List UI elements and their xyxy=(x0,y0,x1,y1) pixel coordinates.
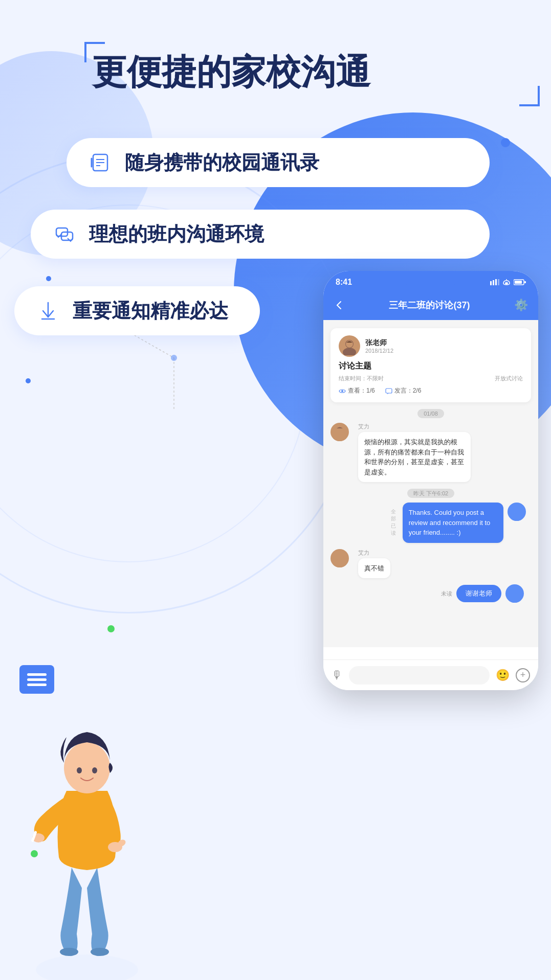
box-line-1 xyxy=(27,673,47,676)
phone-notch xyxy=(400,271,461,285)
communication-label: 理想的班内沟通环境 xyxy=(89,221,264,247)
svg-rect-23 xyxy=(386,389,392,393)
notification-icon xyxy=(35,298,61,324)
svg-rect-13 xyxy=(495,279,497,285)
svg-rect-17 xyxy=(515,281,522,284)
discussion-title: 讨论主题 xyxy=(339,361,523,372)
back-icon[interactable] xyxy=(334,300,345,311)
discussion-stats: 查看：1/6 发言：2/6 xyxy=(339,386,523,395)
svg-point-26 xyxy=(513,506,520,513)
chat-title: 三年二班的讨论(37) xyxy=(389,299,470,311)
feature-card-contacts: 随身携带的校园通讯录 xyxy=(67,138,490,187)
svg-point-24 xyxy=(336,426,344,434)
phone-mockup: 8:41 三年二班的讨论(37) ⚙️ 张老师 2018/12/12 xyxy=(323,271,538,690)
status-time: 8:41 xyxy=(336,278,352,287)
dot-decoration-1 xyxy=(501,138,510,147)
chat-message-3: 艾力 真不错 xyxy=(330,549,531,579)
reply-bubble: 谢谢老师 xyxy=(456,585,501,602)
teacher-name: 张老师 xyxy=(365,338,393,348)
notification-box-icon xyxy=(19,665,54,694)
chat-message-1: 艾力 烦恼的根源，其实就是我执的根源，所有的痛苦都来自于一种自我和世界的分别，甚… xyxy=(330,423,531,482)
mic-icon[interactable]: 🎙 xyxy=(332,669,343,682)
message-input[interactable] xyxy=(349,666,490,685)
svg-point-31 xyxy=(509,596,521,603)
unread-reply-row: 未读 谢谢老师 xyxy=(330,584,531,603)
svg-point-34 xyxy=(91,948,109,956)
view-stat: 查看：1/6 xyxy=(339,386,375,395)
svg-point-33 xyxy=(60,948,78,956)
svg-point-32 xyxy=(36,954,138,980)
msg-content-3: 艾力 真不错 xyxy=(358,549,390,579)
feature-card-notification: 重要通知精准必达 xyxy=(14,286,260,335)
svg-point-30 xyxy=(511,588,518,595)
user-avatar-2 xyxy=(508,503,526,521)
svg-rect-11 xyxy=(490,281,492,285)
post-stat: 发言：2/6 xyxy=(385,386,422,395)
box-line-2 xyxy=(27,678,47,681)
plus-icon[interactable]: + xyxy=(516,668,530,682)
teacher-info: 张老师 2018/12/12 xyxy=(365,338,393,354)
date-divider-2: 昨天 下午6:02 xyxy=(330,488,531,497)
msg-bubble-3: 真不错 xyxy=(358,558,390,579)
notification-label: 重要通知精准必达 xyxy=(73,298,228,324)
contacts-label: 随身携带的校园通讯录 xyxy=(125,150,319,176)
discussion-author: 张老师 2018/12/12 xyxy=(339,335,523,357)
dot-decoration-4 xyxy=(107,625,115,632)
svg-point-27 xyxy=(511,514,523,521)
page-title: 更便捷的家校沟通 xyxy=(92,51,370,93)
user-avatar-1 xyxy=(330,423,349,441)
settings-icon[interactable]: ⚙️ xyxy=(514,299,528,312)
chat-area[interactable]: 张老师 2018/12/12 讨论主题 结束时间：不限时 开放式讨论 查看：1/… xyxy=(323,320,538,647)
svg-point-36 xyxy=(64,742,110,793)
msg-sender-1: 艾力 xyxy=(358,423,471,430)
svg-point-28 xyxy=(336,552,344,560)
contacts-icon xyxy=(87,149,114,176)
phone-input-bar: 🎙 🙂 + xyxy=(323,659,538,690)
svg-point-41 xyxy=(77,767,82,773)
communication-icon xyxy=(51,221,78,247)
character-illustration xyxy=(0,673,174,980)
user-avatar-3 xyxy=(330,549,349,567)
svg-point-25 xyxy=(333,434,346,441)
chat-message-2: 全部已读 Thanks. Could you post a review and… xyxy=(330,503,531,543)
msg-sender-3: 艾力 xyxy=(358,549,390,557)
svg-point-29 xyxy=(333,560,346,567)
reply-avatar xyxy=(505,584,524,603)
discussion-meta: 结束时间：不限时 开放式讨论 xyxy=(339,375,523,382)
read-label: 全部已读 xyxy=(391,508,400,537)
box-line-3 xyxy=(27,683,47,686)
svg-point-20 xyxy=(343,348,356,355)
svg-rect-14 xyxy=(498,279,499,285)
msg-bubble-2: Thanks. Could you post a review and reco… xyxy=(403,503,503,543)
title-bracket-bottomright xyxy=(519,86,540,106)
feature-card-communication: 理想的班内沟通环境 xyxy=(31,210,490,259)
msg-bubble-1: 烦恼的根源，其实就是我执的根源，所有的痛苦都来自于一种自我和世界的分别，甚至是虚… xyxy=(358,432,471,482)
end-time: 结束时间：不限时 xyxy=(339,375,384,382)
discussion-date: 2018/12/12 xyxy=(365,348,393,354)
emoji-icon[interactable]: 🙂 xyxy=(496,669,510,682)
svg-point-3 xyxy=(171,355,177,361)
msg-content-2: 全部已读 Thanks. Could you post a review and… xyxy=(391,503,503,543)
svg-rect-12 xyxy=(493,280,494,285)
discussion-card: 张老师 2018/12/12 讨论主题 结束时间：不限时 开放式讨论 查看：1/… xyxy=(330,328,531,402)
svg-rect-18 xyxy=(524,281,526,283)
msg-content-1: 艾力 烦恼的根源，其实就是我执的根源，所有的痛苦都来自于一种自我和世界的分别，甚… xyxy=(358,423,471,482)
teacher-avatar xyxy=(339,335,360,357)
svg-point-15 xyxy=(506,279,507,280)
unread-label: 未读 xyxy=(441,590,452,598)
svg-point-42 xyxy=(92,767,97,773)
phone-chat-header: 三年二班的讨论(37) ⚙️ xyxy=(323,293,538,320)
date-divider-1: 01/08 xyxy=(330,408,531,418)
discussion-type: 开放式讨论 xyxy=(495,375,523,382)
status-icons xyxy=(490,279,526,285)
svg-point-22 xyxy=(341,390,343,392)
